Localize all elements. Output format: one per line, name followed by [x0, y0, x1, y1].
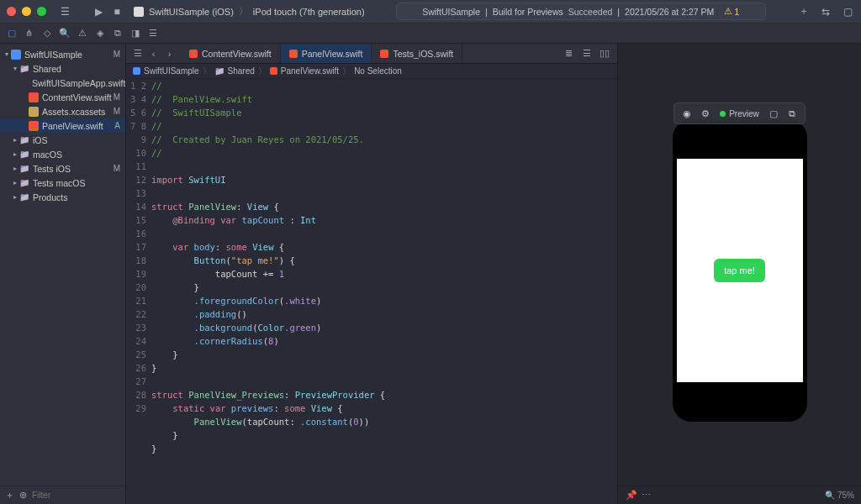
folder-icon [19, 64, 29, 74]
project-navigator: ▾ SwiftUISample M ▾ Shared SwiftUISample… [0, 44, 126, 504]
status-divider: | [617, 7, 620, 17]
group-label: iOS [33, 135, 48, 145]
status-divider: | [485, 7, 488, 17]
related-items-icon[interactable]: ☰ [131, 47, 144, 60]
source-control-navigator-icon[interactable]: ⋔ [23, 27, 35, 39]
adjust-editor-icon[interactable]: ☰ [580, 47, 593, 60]
scheme-separator: 〉 [239, 5, 248, 18]
project-row[interactable]: ▾ SwiftUISample M [0, 47, 125, 61]
tab-label: PanelView.swift [302, 49, 363, 59]
source-editor[interactable]: 1 2 3 4 5 6 7 8 9 10 11 12 13 14 15 16 1… [126, 79, 617, 504]
debug-navigator-icon[interactable]: ⧉ [111, 27, 124, 39]
preview-status-label: Preview [729, 109, 759, 118]
folder-icon [214, 66, 224, 76]
file-label: Assets.xcassets [42, 107, 105, 117]
status-action: Build for Previews [493, 7, 563, 17]
pin-preview-icon[interactable]: 📌 [625, 489, 637, 501]
jumpbar-selection: No Selection [354, 66, 402, 76]
app-icon [134, 7, 144, 17]
scheme-selector[interactable]: SwiftUISample (iOS) 〉 iPod touch (7th ge… [134, 5, 365, 18]
file-row[interactable]: ContentView.swift M [0, 90, 125, 104]
group-label: Products [33, 192, 67, 202]
device-screen[interactable]: tap me! [677, 159, 803, 382]
scm-badge: M [114, 164, 120, 173]
window-zoom-button[interactable] [37, 7, 46, 16]
build-status[interactable]: SwiftUISample | Build for Previews Succe… [396, 3, 766, 20]
forward-button[interactable]: › [163, 47, 176, 60]
group-row[interactable]: ▸ Tests macOS [0, 176, 125, 190]
filter-input[interactable] [32, 491, 139, 500]
preview-status: Preview [716, 109, 763, 118]
add-item-icon[interactable]: ＋ [5, 489, 14, 501]
tab-bar: ☰ ‹ › ContentView.swift PanelView.swift … [126, 44, 617, 64]
scm-badge: A [114, 121, 120, 130]
folder-icon [19, 192, 29, 202]
project-icon [11, 50, 21, 60]
zoom-controls[interactable]: 🔍 75% [825, 491, 854, 500]
device-settings-icon[interactable]: ▢ [766, 106, 781, 121]
editor-tab[interactable]: PanelView.swift [281, 44, 372, 63]
file-row[interactable]: PanelView.swift A [0, 118, 125, 133]
editor-area: ☰ ‹ › ContentView.swift PanelView.swift … [126, 44, 617, 504]
group-label: Tests iOS [33, 164, 71, 174]
minimap-icon[interactable]: ≣ [563, 47, 575, 60]
assets-icon [29, 107, 39, 117]
group-row[interactable]: ▸ macOS [0, 147, 125, 161]
tap-me-button[interactable]: tap me! [714, 259, 765, 282]
file-label: PanelView.swift [42, 121, 103, 131]
file-label: ContentView.swift [42, 92, 112, 102]
preview-settings-icon[interactable]: ⚙ [698, 106, 713, 121]
jumpbar-group: Shared [228, 66, 255, 76]
folder-icon [19, 178, 29, 188]
group-row[interactable]: ▸ Tests iOS M [0, 161, 125, 176]
window-close-button[interactable] [7, 7, 16, 16]
canvas-footer: 📌 ⋯ 🔍 75% [618, 486, 861, 504]
file-row[interactable]: SwiftUISampleApp.swift [0, 76, 125, 90]
find-navigator-icon[interactable]: 🔍 [58, 27, 71, 39]
back-button[interactable]: ‹ [147, 47, 160, 60]
warning-badge[interactable]: ⚠1 [724, 6, 739, 17]
window-minimize-button[interactable] [22, 7, 31, 16]
swift-file-icon [380, 50, 388, 58]
project-navigator-icon[interactable]: ▢ [5, 27, 18, 39]
status-result: Succeeded [568, 7, 613, 17]
preview-toolbar: ◉ ⚙ Preview ▢ ⧉ [673, 102, 806, 124]
preview-options-icon[interactable]: ⋯ [640, 489, 652, 501]
swift-file-icon [289, 50, 298, 58]
run-button[interactable]: ▶ [92, 5, 105, 18]
swift-file-icon [29, 92, 39, 102]
live-preview-button[interactable]: ◉ [679, 106, 695, 121]
scheme-app-label: SwiftUISample (iOS) [149, 7, 234, 17]
editor-tab[interactable]: Tests_iOS.swift [372, 44, 462, 63]
swift-file-icon [189, 50, 198, 58]
code-content[interactable]: // // PanelView.swift // SwiftUISample /… [151, 79, 617, 504]
file-row[interactable]: Assets.xcassets M [0, 104, 125, 118]
duplicate-preview-icon[interactable]: ⧉ [784, 106, 800, 121]
jump-bar[interactable]: SwiftUISample 〉 Shared 〉 PanelView.swift… [126, 64, 617, 79]
test-navigator-icon[interactable]: ◈ [93, 27, 106, 39]
symbol-navigator-icon[interactable]: ◇ [40, 27, 53, 39]
filter-scope-icon[interactable]: ⊚ [19, 489, 27, 501]
file-label: SwiftUISampleApp.swift [32, 78, 125, 88]
breakpoint-navigator-icon[interactable]: ◨ [129, 27, 141, 39]
editor-tab[interactable]: ContentView.swift [181, 44, 281, 63]
group-row[interactable]: ▾ Shared [0, 61, 125, 76]
device-frame: tap me! [673, 119, 807, 422]
group-row[interactable]: ▸ Products [0, 190, 125, 204]
toggle-inspector-icon[interactable]: ▢ [841, 5, 854, 18]
add-editor-icon[interactable]: ＋ [797, 5, 811, 18]
group-row[interactable]: ▸ iOS [0, 133, 125, 147]
status-dot-icon [720, 111, 726, 117]
status-timestamp: 2021/05/26 at 2:27 PM [625, 7, 714, 17]
scm-badge: M [114, 50, 120, 59]
report-navigator-icon[interactable]: ☰ [146, 27, 159, 39]
editor-options-icon[interactable]: ⇆ [819, 5, 832, 18]
canvas-preview: ◉ ⚙ Preview ▢ ⧉ tap me! 📌 ⋯ 🔍 75% [617, 44, 861, 504]
issue-navigator-icon[interactable]: ⚠ [76, 27, 88, 39]
sidebar-toggle-icon[interactable]: ☰ [58, 5, 71, 18]
stop-button[interactable]: ■ [110, 5, 124, 18]
split-editor-icon[interactable]: ▯▯ [598, 47, 610, 60]
scheme-device-label: iPod touch (7th generation) [253, 7, 365, 17]
swift-file-icon [29, 121, 39, 131]
jumpbar-file: PanelView.swift [281, 66, 339, 76]
